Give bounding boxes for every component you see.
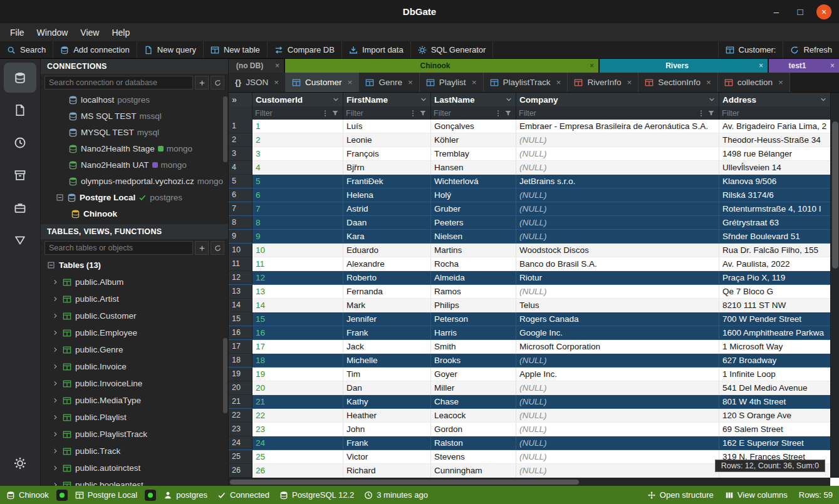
- filter-input-address[interactable]: [722, 109, 828, 118]
- cell-address[interactable]: 801 W 4th Street: [719, 395, 830, 409]
- cell-lastname[interactable]: Philips: [431, 299, 516, 312]
- minimize-button[interactable]: –: [769, 4, 784, 19]
- cell-company[interactable]: (NULL): [516, 285, 719, 299]
- close-button[interactable]: ×: [816, 4, 831, 19]
- row-number[interactable]: 25: [229, 450, 253, 464]
- connection-localhost[interactable]: localhostpostgres: [41, 91, 228, 108]
- cell-customerid[interactable]: 3: [253, 147, 343, 161]
- cell-firstname[interactable]: Daan: [343, 216, 431, 230]
- chevron-right-icon[interactable]: [52, 363, 59, 370]
- table-public-autoinctest[interactable]: public.autoinctest: [41, 460, 228, 476]
- chevron-down-icon[interactable]: [505, 96, 513, 103]
- cell-lastname[interactable]: Miller: [431, 381, 516, 395]
- funnel-icon[interactable]: [419, 110, 427, 117]
- toolbar-search-button[interactable]: Search: [0, 41, 53, 58]
- horizontal-scrollbar[interactable]: [229, 478, 830, 486]
- close-icon[interactable]: ×: [271, 61, 284, 70]
- row-number[interactable]: 10: [229, 244, 253, 257]
- horizontal-scrollbar-thumb[interactable]: [230, 480, 579, 485]
- vertical-scrollbar-thumb[interactable]: [832, 121, 838, 269]
- filter-input-firstname[interactable]: [346, 109, 408, 118]
- cell-address[interactable]: Theodor-Heuss-Straße 34: [719, 133, 830, 147]
- menu-window[interactable]: Window: [31, 26, 75, 39]
- cell-customerid[interactable]: 26: [253, 464, 343, 478]
- table-row-5[interactable]: 55FrantiĐekWichterlováJetBrains s.r.o.Kl…: [229, 175, 830, 188]
- cell-customerid[interactable]: 6: [253, 188, 343, 202]
- table-public-album[interactable]: public.Album: [41, 274, 228, 291]
- add-connection-button[interactable]: [195, 76, 209, 90]
- cell-company[interactable]: (NULL): [516, 133, 719, 147]
- cell-company[interactable]: (NULL): [516, 161, 719, 175]
- tables-group[interactable]: Tables (13): [41, 257, 228, 274]
- tables-search-input[interactable]: [44, 241, 193, 255]
- status-view-columns[interactable]: View columns: [725, 490, 788, 500]
- toolbar-refresh-button[interactable]: Refresh: [783, 41, 839, 58]
- filter-input-customerid[interactable]: [255, 109, 320, 118]
- cell-firstname[interactable]: Roberto: [343, 271, 431, 285]
- cell-firstname[interactable]: Jennifer: [343, 312, 431, 326]
- cell-customerid[interactable]: 17: [253, 340, 343, 354]
- cell-firstname[interactable]: Heather: [343, 409, 431, 423]
- table-row-11[interactable]: 1111AlexandreRochaBanco do Brasil S.A.Av…: [229, 257, 830, 271]
- toolbar-new-query-button[interactable]: New query: [137, 41, 204, 58]
- connection-nano2health-uat[interactable]: Nano2Health UATmongo: [41, 157, 228, 173]
- cell-address[interactable]: 1498 rue Bélanger: [719, 147, 830, 161]
- cell-company[interactable]: Apple Inc.: [516, 368, 719, 381]
- cell-lastname[interactable]: Holý: [431, 188, 516, 202]
- cell-lastname[interactable]: Martins: [431, 244, 516, 257]
- table-row-19[interactable]: 1919TimGoyerApple Inc.1 Infinite Loop: [229, 368, 830, 381]
- cell-company[interactable]: Microsoft Corporation: [516, 340, 719, 354]
- kebab-menu-icon[interactable]: [321, 110, 329, 117]
- kebab-menu-icon[interactable]: [697, 110, 705, 117]
- cell-customerid[interactable]: 2: [253, 133, 343, 147]
- close-icon[interactable]: ×: [826, 61, 839, 70]
- row-number[interactable]: 4: [229, 161, 253, 175]
- close-icon[interactable]: ×: [627, 78, 632, 87]
- status-open-structure[interactable]: Open structure: [647, 490, 714, 500]
- cell-company[interactable]: (NULL): [516, 381, 719, 395]
- row-number[interactable]: 14: [229, 299, 253, 312]
- chevron-right-icon[interactable]: [52, 431, 59, 438]
- cell-customerid[interactable]: 11: [253, 257, 343, 271]
- tab-riverinfo[interactable]: RiverInfo×: [568, 73, 638, 92]
- cell-customerid[interactable]: 1: [253, 120, 343, 133]
- cell-firstname[interactable]: Kara: [343, 230, 431, 244]
- cell-firstname[interactable]: Eduardo: [343, 244, 431, 257]
- table-public-invoice[interactable]: public.Invoice: [41, 358, 228, 375]
- tables-scrollbar[interactable]: [223, 338, 227, 413]
- table-row-1[interactable]: 11LuísGonçalvesEmbraer - Empresa Brasile…: [229, 120, 830, 133]
- cell-firstname[interactable]: Alexandre: [343, 257, 431, 271]
- cell-lastname[interactable]: Almeida: [431, 271, 516, 285]
- chevron-right-icon[interactable]: [52, 481, 59, 486]
- cell-address[interactable]: 1 Infinite Loop: [719, 368, 830, 381]
- cell-lastname[interactable]: Gruber: [431, 202, 516, 216]
- maximize-button[interactable]: □: [793, 4, 808, 19]
- table-row-15[interactable]: 1515JenniferPetersonRogers Canada700 W P…: [229, 312, 830, 326]
- vertical-scrollbar[interactable]: [830, 93, 839, 478]
- cell-lastname[interactable]: Cunningham: [431, 464, 516, 478]
- cell-company[interactable]: JetBrains s.r.o.: [516, 175, 719, 188]
- kebab-menu-icon[interactable]: [494, 110, 502, 117]
- activity-archive[interactable]: [4, 160, 36, 190]
- cell-company[interactable]: (NULL): [516, 230, 719, 244]
- tab-group-no-db[interactable]: (no DB)×: [229, 59, 284, 73]
- row-number[interactable]: 18: [229, 354, 253, 368]
- table-row-23[interactable]: 2323JohnGordon(NULL)69 Salem Street: [229, 423, 830, 436]
- database-chinook[interactable]: Chinook: [41, 205, 228, 222]
- cell-customerid[interactable]: 22: [253, 409, 343, 423]
- table-public-playlist[interactable]: public.Playlist: [41, 409, 228, 426]
- cell-firstname[interactable]: Mark: [343, 299, 431, 312]
- cell-company[interactable]: Riotur: [516, 271, 719, 285]
- activity-connections[interactable]: [4, 63, 36, 93]
- chevron-right-icon[interactable]: [52, 312, 59, 319]
- cell-firstname[interactable]: Astrid: [343, 202, 431, 216]
- table-row-17[interactable]: 1717JackSmithMicrosoft Corporation1 Micr…: [229, 340, 830, 354]
- row-number[interactable]: 8: [229, 216, 253, 230]
- chevron-right-icon[interactable]: [52, 279, 59, 285]
- row-number[interactable]: 16: [229, 326, 253, 340]
- funnel-icon[interactable]: [504, 110, 512, 117]
- column-header-address[interactable]: Address: [719, 93, 830, 106]
- cell-customerid[interactable]: 8: [253, 216, 343, 230]
- refresh-tables-button[interactable]: [211, 241, 224, 255]
- cell-lastname[interactable]: Ralston: [431, 436, 516, 450]
